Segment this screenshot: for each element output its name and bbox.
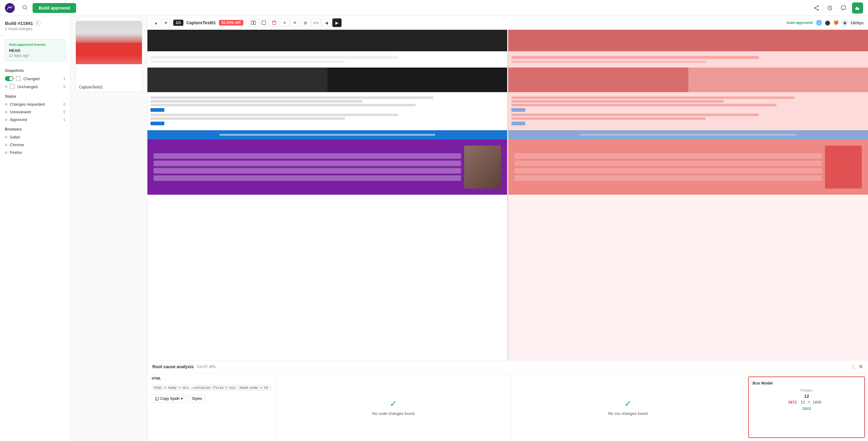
approve-button[interactable] (852, 2, 863, 13)
build-subtitle: 1 visual changes (5, 27, 65, 31)
no-code-changes-label: No code changes found (372, 411, 414, 416)
rca-subtitle: 13/147 diffs (197, 365, 216, 369)
close-button[interactable]: ✕ (859, 363, 863, 370)
svg-point-6 (814, 7, 815, 9)
history-button[interactable] (825, 3, 835, 13)
left-btn[interactable]: ◀ (322, 19, 331, 27)
firefox-dot (5, 151, 7, 154)
diff-panel: ▲ ▼ 1/1 CaptureTest01 52.25% diff ☀ 👁 ⊞ (148, 16, 868, 441)
auto-approved-box: Auto-approved branch: HEAD 12 days ago (5, 39, 65, 61)
code-btn[interactable]: </> (311, 19, 321, 27)
rca-body: HTML html > body > div .container-fluid … (148, 373, 868, 441)
firefox-icon[interactable]: 🦊 (833, 19, 840, 26)
changed-toggle[interactable] (5, 76, 13, 81)
prev-arrow[interactable]: ▲ (152, 19, 160, 27)
changed-label: Changed (23, 76, 59, 81)
brightness-btn[interactable]: ☀ (280, 19, 289, 27)
check-icon-code: ✓ (390, 399, 397, 409)
approved-count: 1 (63, 118, 65, 122)
mask-btn[interactable]: ⊞ (301, 19, 310, 27)
comment-button[interactable] (838, 3, 848, 13)
unreviewed-item[interactable]: Unreviewed 0 (0, 108, 70, 116)
svg-rect-18 (156, 397, 159, 400)
svg-point-4 (817, 5, 818, 7)
delete-view-btn[interactable] (270, 19, 279, 27)
info-icon[interactable]: i (35, 20, 40, 26)
branch-time: 12 days ago (9, 54, 61, 58)
safari-item[interactable]: Safari (0, 133, 70, 141)
viewport-label: 1920px (850, 21, 864, 25)
svg-rect-14 (262, 21, 266, 25)
chrome-dot (5, 144, 7, 146)
left-diff-pane (148, 30, 507, 360)
bm-bottom-val: 2843 (802, 406, 811, 411)
copy-xpath-button[interactable]: Copy Xpath ▾ (152, 395, 186, 403)
bm-row: 1671 12 X 1896 (788, 400, 825, 405)
svg-line-7 (815, 6, 817, 8)
approved-dot (5, 119, 7, 121)
box-model-title: Box Model (752, 381, 861, 385)
next-arrow[interactable]: ▼ (161, 19, 170, 27)
build-info: Build #11841 i 1 visual changes (0, 16, 70, 36)
split-view-btn[interactable] (249, 19, 258, 27)
box-model-panel: Box Model Position 12 1671 12 X 1896 (748, 377, 865, 438)
changes-requested-dot (5, 103, 7, 106)
rca-title: Root cause analysis (152, 364, 194, 369)
changes-requested-item[interactable]: Changes requested 0 (0, 100, 70, 108)
warning-icon[interactable]: ⚠ (851, 364, 856, 370)
svg-rect-15 (273, 21, 276, 25)
check-icon-css: ✓ (624, 399, 631, 409)
build-approved-button[interactable]: Build approved (33, 3, 76, 13)
chrome-icon[interactable]: ⬤ (825, 19, 831, 26)
snapshot-card-label: CaptureTest01 (76, 83, 142, 92)
globe-icon[interactable]: 🌐 (816, 19, 823, 26)
breadcrumb-text: html > body > div .container-fluid > div… (154, 386, 268, 390)
diff-badge: 52.25% diff (219, 20, 243, 26)
position-label: Position (800, 388, 812, 392)
diff-view-area (148, 30, 868, 360)
approved-item[interactable]: Approved 1 (0, 116, 70, 123)
nav-arrows: ▲ ▼ (152, 19, 170, 27)
diff-toolbar: ▲ ▼ 1/1 CaptureTest01 52.25% diff ☀ 👁 ⊞ (148, 16, 868, 30)
svg-point-1 (9, 6, 11, 8)
browser-icons: 🌐 ⬤ 🦊 ◈ 1920px (816, 19, 864, 26)
snapshot-unchanged-item: Unchanged 0 (0, 83, 70, 91)
unchanged-label: Unchanged (17, 85, 59, 89)
rca-html-label: HTML (152, 377, 272, 380)
position-top-val: 12 (804, 393, 809, 399)
edge-icon[interactable]: ◈ (842, 19, 848, 26)
unchanged-dot (5, 85, 7, 88)
sidebar: Build #11841 i 1 visual changes Auto-app… (0, 16, 71, 441)
svg-rect-12 (251, 21, 253, 25)
view-controls: ☀ 👁 ⊞ </> ◀ ▶ (249, 19, 342, 27)
svg-rect-10 (841, 6, 845, 9)
firefox-label: Firefox (10, 150, 65, 155)
approved-label: Approved (10, 117, 61, 122)
top-bar-actions (811, 2, 863, 13)
overlay-view-btn[interactable] (259, 19, 269, 27)
safari-label: Safari (10, 135, 65, 139)
rca-actions: Copy Xpath ▾ Styles (152, 395, 272, 403)
chrome-label: Chrome (10, 143, 65, 147)
branch-name: HEAD (9, 48, 61, 53)
unchanged-count: 0 (61, 85, 65, 89)
unreviewed-dot (5, 111, 7, 113)
changes-requested-label: Changes requested (10, 102, 61, 106)
right-diff-pane (508, 30, 868, 360)
svg-point-2 (23, 5, 26, 9)
changed-count: 1 (61, 76, 65, 81)
svg-line-8 (815, 8, 817, 9)
right-btn[interactable]: ▶ (332, 19, 342, 27)
no-css-changes-label: No css changes found (608, 411, 648, 416)
eye-btn[interactable]: 👁 (290, 19, 300, 27)
root-cause-panel: Root cause analysis 13/147 diffs ⚠ ✕ HTM… (148, 360, 868, 441)
firefox-item[interactable]: Firefox (0, 149, 70, 156)
share-button[interactable] (811, 3, 821, 13)
snapshot-card-capturetest01[interactable]: CaptureTest01 (75, 21, 142, 92)
styles-button[interactable]: Styles (189, 395, 206, 403)
search-button[interactable] (22, 5, 28, 11)
chrome-item[interactable]: Chrome (0, 141, 70, 149)
bm-left-val: 1671 (788, 400, 797, 405)
snapshots-section-title: Snapshots (0, 65, 70, 75)
no-code-changes-col: ✓ No code changes found (276, 373, 511, 441)
